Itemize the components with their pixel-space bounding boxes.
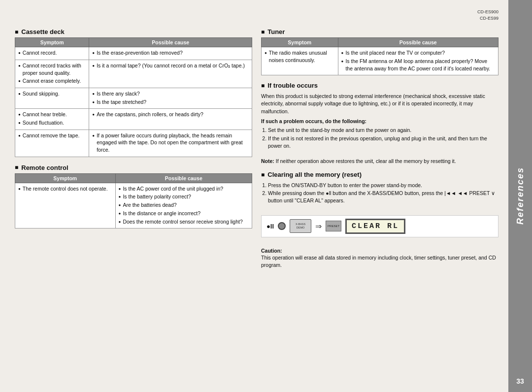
table-row: Sound skipping. Is there any slack? Is t… (15, 88, 252, 108)
list-item: Cannot hear treble. (18, 111, 86, 118)
page-number: 33 (516, 377, 524, 385)
list-item: Cannot record tracks with proper sound q… (18, 62, 86, 76)
list-item: If the unit is not restored in the previ… (268, 135, 499, 150)
list-item: Sound fluctuation. (18, 119, 86, 127)
remote-control-title: Remote control (15, 164, 252, 171)
list-item: Is the FM antenna or AM loop antenna pla… (341, 58, 495, 72)
list-item: Cannot remove the tape. (18, 132, 86, 139)
list-item: Is there any slack? (92, 90, 249, 98)
tuner-section: Tuner Symptom Possible cause The radio (261, 28, 499, 75)
tuner-table: Symptom Possible cause The radio makes u… (261, 37, 499, 75)
list-item: Is the battery polarity correct? (119, 193, 249, 200)
table-row: Cannot record. Is the erase-prevention t… (15, 47, 252, 60)
list-item: Cannot erase completely. (18, 77, 86, 85)
list-item: While pressing down the ●ll button and t… (268, 190, 499, 204)
list-item: Is the unit placed near the TV or comput… (341, 49, 495, 57)
tuner-title: Tuner (261, 28, 499, 35)
xbass-demo-icon: X-BASSDEMO (290, 219, 311, 233)
clear-display-area: ●ll X-BASSDEMO ⇒ PRESET CLEAR RL (261, 215, 499, 237)
arrow-icon: ⇒ (315, 222, 322, 231)
list-item: Is the erase-prevention tab removed? (92, 49, 249, 57)
list-item: Are the capstans, pinch rollers, or head… (92, 111, 249, 118)
remote-cause-header: Possible cause (115, 173, 252, 183)
caution-text: This operation will erase all data store… (261, 255, 496, 268)
list-item: Are the batteries dead? (119, 201, 249, 209)
caution-section: Caution: This operation will erase all d… (261, 247, 499, 269)
preset-icon: PRESET (326, 221, 341, 231)
list-item: Sound skipping. (18, 90, 86, 98)
table-row: The radio makes unusual noises continuou… (262, 47, 499, 75)
if-trouble-title: If trouble occurs (261, 81, 499, 91)
model1-label: CD-ES900 (477, 9, 499, 15)
clearing-section: Clearing all the memory (reset) Press th… (261, 170, 499, 205)
remote-symptom-header: Symptom (15, 173, 116, 183)
note-label: Note: (261, 158, 274, 164)
table-row: The remote control does not operate. Is … (15, 183, 252, 228)
clear-display-text: CLEAR RL (345, 219, 405, 234)
table-row: Cannot remove the tape. If a power failu… (15, 130, 252, 157)
cassette-deck-section: Cassette deck Symptom Possible cause C (15, 28, 252, 157)
model-info: CD-ES900 CD-ES99 (477, 9, 499, 21)
list-item: Is the tape stretched? (92, 98, 249, 106)
caution-label: Caution: (261, 248, 282, 254)
references-label: References (515, 167, 526, 225)
tuner-cause-header: Possible cause (338, 38, 498, 47)
list-item: The remote control does not operate. (18, 185, 112, 193)
list-item: Is it a normal tape? (You cannot record … (92, 62, 249, 69)
clearing-steps: Press the ON/STAND-BY button to enter th… (268, 182, 499, 204)
cassette-symptom-header: Symptom (15, 38, 89, 47)
list-item: Is the AC power cord of the unit plugged… (119, 185, 249, 193)
clearing-title: Clearing all the memory (reset) (261, 170, 499, 179)
right-sidebar: References 33 (508, 0, 532, 392)
remote-control-table: Symptom Possible cause The remote contro… (15, 173, 252, 229)
if-trouble-section: If trouble occurs When this product is s… (261, 81, 499, 151)
note-text: If neither operation above restores the … (276, 158, 456, 164)
list-item: Is the distance or angle incorrect? (119, 210, 249, 217)
if-trouble-bold: If such a problem occurs, do the followi… (261, 118, 366, 124)
list-item: If a power failure occurs during playbac… (92, 132, 249, 154)
cassette-cause-header: Possible cause (89, 38, 252, 47)
bullet-pause-icon: ●ll (266, 223, 274, 230)
tuner-symptom-header: Symptom (262, 38, 338, 47)
list-item: Set the unit to the stand-by mode and tu… (268, 127, 499, 134)
if-trouble-intro: When this product is subjected to strong… (261, 93, 499, 115)
circle-button-icon (278, 222, 286, 230)
list-item: Press the ON/STAND-BY button to enter th… (268, 182, 499, 189)
cassette-deck-title: Cassette deck (15, 28, 252, 35)
if-trouble-steps: Set the unit to the stand-by mode and tu… (268, 127, 499, 150)
note-section: Note: If neither operation above restore… (261, 158, 499, 165)
list-item: Cannot record. (18, 49, 86, 57)
list-item: The radio makes unusual noises continuou… (265, 49, 335, 64)
table-row: Cannot record tracks with proper sound q… (15, 60, 252, 88)
cassette-deck-table: Symptom Possible cause Cannot record. Is (15, 37, 252, 157)
table-row: Cannot hear treble. Sound fluctuation. A… (15, 109, 252, 130)
model2-label: CD-ES99 (477, 15, 499, 22)
remote-control-section: Remote control Symptom Possible cause (15, 164, 252, 229)
list-item: Does the remote control sensor receive s… (119, 218, 249, 226)
if-trouble-instruction: If such a problem occurs, do the followi… (261, 118, 499, 125)
